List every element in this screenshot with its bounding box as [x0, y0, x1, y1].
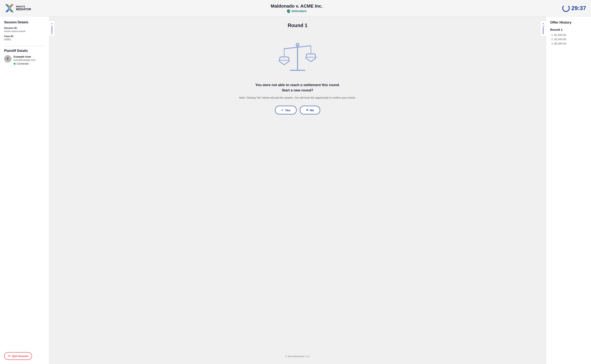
offer-history-title: Offer History: [550, 20, 587, 25]
x-icon: ✕: [306, 108, 309, 112]
session-details: Session Details Session ID: AAAA-AAAA-AA…: [4, 20, 45, 43]
offer-list-item: $1,000.00: [554, 33, 587, 37]
plaintiff-info: Example User user@example.com Connected: [13, 55, 35, 65]
yes-button[interactable]: ✓ Yes: [275, 106, 296, 114]
main-layout: « Collapse Session Details Session ID: A…: [0, 16, 591, 364]
session-id-label: Session ID:: [4, 27, 45, 30]
connected-status-dot: [13, 63, 16, 65]
session-details-title: Session Details: [4, 20, 45, 24]
shield-icon: [287, 9, 290, 13]
scales-icon: [277, 34, 318, 76]
sidebar-divider: [4, 46, 45, 46]
case-title: Maldonado v. ACME Inc.: [271, 3, 322, 9]
svg-marker-13: [306, 54, 316, 62]
center-content: Round 1: [49, 16, 546, 364]
left-collapse-label: Collapse: [51, 26, 53, 34]
settlement-message: You were not able to reach a settlement …: [255, 82, 340, 93]
right-collapse-chevrons: »: [543, 22, 544, 25]
sidebar-footer: ↪ Quit Session: [4, 352, 45, 360]
plaintiff-details: Plaintiff Details E Example User user@ex…: [4, 49, 45, 65]
round-title: Round 1: [288, 23, 307, 28]
case-id-label: Case ID:: [4, 35, 45, 38]
right-sidebar: » Collapse Offer History Round 1 $1,000.…: [546, 16, 591, 364]
timer-display: 29:37: [571, 5, 586, 12]
plaintiff-email: user@example.com: [13, 58, 35, 61]
case-id-value: A0001: [4, 38, 45, 41]
right-collapse-tab[interactable]: » Collapse: [540, 20, 546, 36]
quit-session-button[interactable]: ↪ Quit Session: [4, 352, 32, 360]
settlement-note: Note: Clicking "No" below will quit the …: [239, 96, 356, 99]
settlement-message-line2: Start a new round?: [255, 88, 340, 93]
logo: MINUTE MEDIATOR: [5, 4, 31, 13]
plaintiff-user: E Example User user@example.com Connecte…: [4, 55, 45, 65]
logo-icon: [5, 4, 14, 13]
logo-line2: MEDIATOR: [16, 8, 31, 11]
check-icon: ✓: [281, 108, 284, 112]
offer-list: $1,000.00$2,000.00$5,000.00: [550, 33, 587, 45]
avatar: E: [4, 55, 12, 63]
scales-of-justice-icon: [277, 34, 318, 75]
header-timer: 29:37: [562, 5, 586, 12]
plaintiff-name: Example User: [13, 55, 35, 58]
header-role: Defendant: [271, 9, 322, 13]
logo-text: MINUTE MEDIATOR: [16, 5, 31, 11]
action-buttons: ✓ Yes ✕ No: [275, 106, 320, 114]
footer-text: © MinuteMediator LLC: [285, 351, 310, 358]
left-sidebar: « Collapse Session Details Session ID: A…: [0, 16, 49, 364]
right-collapse-label: Collapse: [542, 26, 544, 34]
svg-marker-11: [279, 57, 289, 65]
role-label: Defendant: [291, 9, 306, 13]
no-button[interactable]: ✕ No: [300, 106, 320, 114]
offer-list-item: $2,000.00: [554, 38, 587, 41]
timer-circle-icon: [562, 5, 570, 12]
quit-icon: ↪: [8, 354, 10, 358]
left-collapse-tab[interactable]: « Collapse: [49, 20, 55, 36]
plaintiff-status: Connected: [13, 62, 35, 65]
left-collapse-chevrons: «: [51, 22, 52, 25]
offer-list-item: $5,000.00: [554, 42, 587, 45]
plaintiff-details-title: Plaintiff Details: [4, 49, 45, 53]
plaintiff-status-label: Connected: [17, 62, 28, 65]
no-label: No: [310, 108, 314, 112]
header-center: Maldonado v. ACME Inc. Defendant: [271, 3, 322, 13]
header: MINUTE MEDIATOR Maldonado v. ACME Inc. D…: [0, 0, 591, 16]
settlement-message-line1: You were not able to reach a settlement …: [255, 82, 340, 88]
offer-history: Offer History Round 1 $1,000.00$2,000.00…: [550, 20, 587, 45]
yes-label: Yes: [285, 108, 290, 112]
offer-round-title: Round 1: [550, 28, 587, 31]
session-id-value: AAAA-AAAA-AAAA: [4, 30, 45, 33]
quit-label: Quit Session: [12, 355, 28, 358]
